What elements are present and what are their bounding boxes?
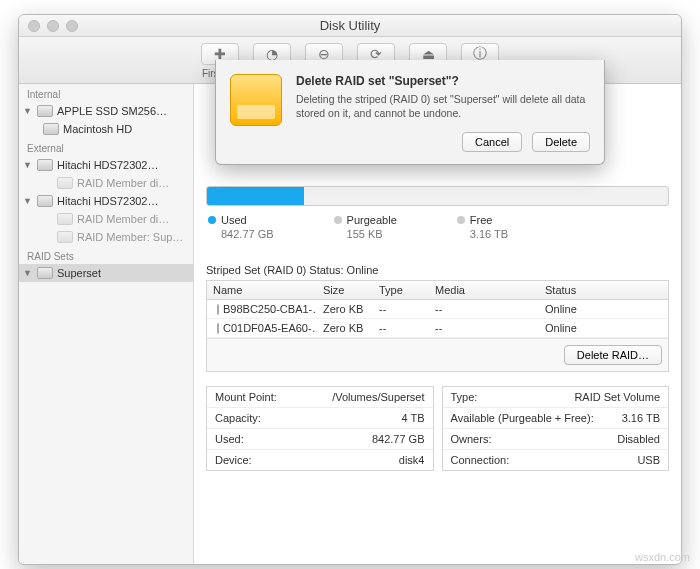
disk-icon bbox=[37, 105, 53, 117]
disk-icon bbox=[57, 213, 73, 225]
disk-icon bbox=[57, 231, 73, 243]
dialog-title: Delete RAID set "Superset"? bbox=[296, 74, 590, 88]
disk-icon bbox=[57, 177, 73, 189]
sidebar-item-label: Macintosh HD bbox=[63, 123, 132, 135]
property-row: Mount Point:/Volumes/Superset bbox=[207, 387, 433, 408]
sidebar-item[interactable]: RAID Member di… bbox=[19, 174, 193, 192]
property-value: disk4 bbox=[399, 454, 425, 466]
legend-used-label: Used bbox=[208, 214, 274, 226]
sidebar-item[interactable]: ▼APPLE SSD SM256… bbox=[19, 102, 193, 120]
sidebar-item[interactable]: ▼Superset bbox=[19, 264, 193, 282]
sidebar-item-label: APPLE SSD SM256… bbox=[57, 105, 167, 117]
property-key: Owners: bbox=[451, 433, 492, 445]
legend-purgeable-label: Purgeable bbox=[334, 214, 397, 226]
property-value: 842.77 GB bbox=[372, 433, 425, 445]
legend-free-value: 3.16 TB bbox=[470, 228, 508, 240]
col-size[interactable]: Size bbox=[317, 281, 373, 299]
window-title: Disk Utility bbox=[19, 18, 681, 33]
sidebar-item-label: RAID Member di… bbox=[77, 213, 169, 225]
sidebar-item-label: Superset bbox=[57, 267, 101, 279]
legend-purgeable-value: 155 KB bbox=[347, 228, 397, 240]
sidebar-item-label: Hitachi HDS72302… bbox=[57, 159, 159, 171]
property-row: Type:RAID Set Volume bbox=[443, 387, 669, 408]
col-status[interactable]: Status bbox=[539, 281, 668, 299]
property-row: Device:disk4 bbox=[207, 450, 433, 470]
sidebar-item-label: RAID Member di… bbox=[77, 177, 169, 189]
zoom-icon[interactable] bbox=[66, 20, 78, 32]
property-key: Type: bbox=[451, 391, 478, 403]
property-row: Used:842.77 GB bbox=[207, 429, 433, 450]
properties-right: Type:RAID Set VolumeAvailable (Purgeable… bbox=[442, 386, 670, 471]
property-row: Available (Purgeable + Free):3.16 TB bbox=[443, 408, 669, 429]
property-row: Owners:Disabled bbox=[443, 429, 669, 450]
dialog-description: Deleting the striped (RAID 0) set "Super… bbox=[296, 92, 590, 120]
usage-bar-used bbox=[207, 187, 304, 205]
sidebar-item[interactable]: RAID Member di… bbox=[19, 210, 193, 228]
sidebar: Internal▼APPLE SSD SM256…Macintosh HDExt… bbox=[19, 84, 194, 564]
drive-icon bbox=[230, 74, 282, 126]
col-type[interactable]: Type bbox=[373, 281, 429, 299]
sidebar-header: Internal bbox=[19, 84, 193, 102]
col-media[interactable]: Media bbox=[429, 281, 539, 299]
property-row: Capacity:4 TB bbox=[207, 408, 433, 429]
disk-icon bbox=[217, 323, 219, 334]
sidebar-item[interactable]: ▼Hitachi HDS72302… bbox=[19, 192, 193, 210]
sidebar-item[interactable]: ▼Hitachi HDS72302… bbox=[19, 156, 193, 174]
property-value: Disabled bbox=[617, 433, 660, 445]
disk-icon bbox=[43, 123, 59, 135]
delete-button[interactable]: Delete bbox=[532, 132, 590, 152]
delete-confirm-dialog: Delete RAID set "Superset"? Deleting the… bbox=[215, 60, 605, 165]
property-key: Connection: bbox=[451, 454, 510, 466]
titlebar[interactable]: Disk Utility bbox=[19, 15, 681, 37]
sidebar-item-label: RAID Member: Sup… bbox=[77, 231, 183, 243]
property-value: /Volumes/Superset bbox=[332, 391, 424, 403]
chevron-down-icon[interactable]: ▼ bbox=[23, 160, 33, 170]
legend-used-value: 842.77 GB bbox=[221, 228, 274, 240]
property-value: USB bbox=[637, 454, 660, 466]
app-window: Disk Utility ✚First Aid◔Partition⊖Erase⟳… bbox=[18, 14, 682, 565]
raid-status-heading: Striped Set (RAID 0) Status: Online bbox=[206, 264, 669, 276]
sidebar-item-label: Hitachi HDS72302… bbox=[57, 195, 159, 207]
property-key: Available (Purgeable + Free): bbox=[451, 412, 594, 424]
property-row: Connection:USB bbox=[443, 450, 669, 470]
sidebar-item[interactable]: RAID Member: Sup… bbox=[19, 228, 193, 246]
property-key: Used: bbox=[215, 433, 244, 445]
property-key: Mount Point: bbox=[215, 391, 277, 403]
usage-legend: Used 842.77 GB Purgeable 155 KB Free 3.1… bbox=[208, 214, 667, 240]
sidebar-header: External bbox=[19, 138, 193, 156]
raid-members-table: Name Size Type Media Status B98BC250-CBA… bbox=[206, 280, 669, 372]
property-value: RAID Set Volume bbox=[574, 391, 660, 403]
chevron-down-icon[interactable]: ▼ bbox=[23, 106, 33, 116]
sidebar-header: RAID Sets bbox=[19, 246, 193, 264]
property-key: Device: bbox=[215, 454, 252, 466]
disk-icon bbox=[37, 267, 53, 279]
usage-bar bbox=[206, 186, 669, 206]
close-icon[interactable] bbox=[28, 20, 40, 32]
disk-icon bbox=[37, 159, 53, 171]
disk-icon bbox=[217, 304, 219, 315]
cancel-button[interactable]: Cancel bbox=[462, 132, 522, 152]
property-value: 3.16 TB bbox=[622, 412, 660, 424]
table-row[interactable]: C01DF0A5-EA60-…Zero KB----Online bbox=[207, 319, 668, 338]
property-key: Capacity: bbox=[215, 412, 261, 424]
chevron-down-icon[interactable]: ▼ bbox=[23, 268, 33, 278]
watermark: wsxdn.com bbox=[635, 551, 690, 563]
properties-left: Mount Point:/Volumes/SupersetCapacity:4 … bbox=[206, 386, 434, 471]
col-name[interactable]: Name bbox=[207, 281, 317, 299]
legend-free-label: Free bbox=[457, 214, 508, 226]
delete-raid-button[interactable]: Delete RAID… bbox=[564, 345, 662, 365]
disk-icon bbox=[37, 195, 53, 207]
chevron-down-icon[interactable]: ▼ bbox=[23, 196, 33, 206]
minimize-icon[interactable] bbox=[47, 20, 59, 32]
table-row[interactable]: B98BC250-CBA1-…Zero KB----Online bbox=[207, 300, 668, 319]
property-value: 4 TB bbox=[401, 412, 424, 424]
sidebar-item[interactable]: Macintosh HD bbox=[19, 120, 193, 138]
